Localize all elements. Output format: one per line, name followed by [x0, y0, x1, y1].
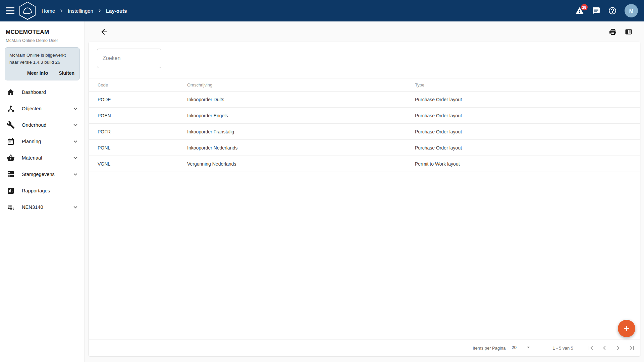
previous-page-button[interactable] [600, 344, 608, 352]
pagination-bar: Items per Pagina 20 1 - 5 van 5 [89, 340, 640, 356]
help-button[interactable] [608, 6, 617, 15]
breadcrumb-layouts: Lay-outs [106, 8, 127, 14]
chevron-down-icon [72, 121, 79, 129]
table-row[interactable]: POEN Inkooporder Engels Purchase Order l… [89, 108, 640, 124]
home-icon [7, 88, 15, 96]
calendar-icon [7, 137, 15, 145]
table-row[interactable]: POFR Inkooporder Franstalig Purchase Ord… [89, 124, 640, 140]
dns-icon [7, 170, 15, 178]
breadcrumb: Home Instellingen Lay-outs [42, 8, 127, 14]
sidebar: MCDEMOTEAM McMain Online Demo User McMai… [0, 21, 85, 362]
basket-icon [7, 154, 15, 162]
next-page-button[interactable] [614, 344, 622, 352]
sidebar-item-rapportages[interactable]: Rapportages [0, 183, 85, 199]
electrical-icon [7, 203, 15, 211]
breadcrumb-home[interactable]: Home [42, 8, 55, 14]
items-per-page-label: Items per Pagina [473, 346, 505, 351]
search-input[interactable] [97, 49, 161, 68]
notification-count-badge: 28 [581, 4, 588, 10]
more-info-button[interactable]: Meer Info [26, 69, 49, 77]
bar-chart-icon [7, 187, 15, 195]
chevron-down-icon [72, 138, 79, 145]
wrench-icon [7, 121, 15, 129]
mcmain-logo-icon [19, 1, 36, 20]
close-notice-button[interactable]: Sluiten [58, 69, 75, 77]
sidebar-item-dashboard[interactable]: Dashboard [0, 84, 85, 101]
chat-icon [592, 7, 600, 15]
sidebar-item-stamgegevens[interactable]: Stamgegevens [0, 166, 85, 183]
sidebar-item-materiaal[interactable]: Materiaal [0, 150, 85, 166]
add-layout-button[interactable] [618, 320, 635, 337]
last-page-button[interactable] [628, 344, 636, 352]
plus-icon [622, 324, 631, 333]
sidebar-item-planning[interactable]: Planning [0, 133, 85, 150]
table-row[interactable]: PONL Inkooporder Nederlands Purchase Ord… [89, 140, 640, 156]
first-page-button[interactable] [587, 344, 595, 352]
layouts-card: Code Omschrijving Type PODE Inkooporder … [89, 42, 640, 356]
chevron-down-icon [72, 105, 79, 112]
main-content: Code Omschrijving Type PODE Inkooporder … [85, 21, 644, 362]
top-app-bar: Home Instellingen Lay-outs 28 M [0, 0, 644, 21]
breadcrumb-instellingen[interactable]: Instellingen [68, 8, 93, 14]
sidebar-item-objecten[interactable]: Objecten [0, 101, 85, 117]
column-header-type: Type [415, 82, 631, 87]
table-row[interactable]: PODE Inkooporder Duits Purchase Order la… [89, 92, 640, 108]
back-button[interactable] [100, 27, 109, 36]
user-name: McMain Online Demo User [6, 38, 79, 43]
chevron-right-icon [97, 8, 103, 14]
side-panel-button[interactable] [625, 28, 633, 36]
sidebar-item-onderhoud[interactable]: Onderhoud [0, 117, 85, 133]
device-hub-icon [7, 105, 15, 113]
table-row[interactable]: VGNL Vergunning Nederlands Permit to Wor… [89, 156, 640, 172]
column-header-code: Code [98, 82, 187, 87]
menu-icon[interactable] [6, 7, 14, 14]
chevron-down-icon [72, 171, 79, 178]
dropdown-arrow-icon [525, 344, 531, 350]
alerts-button[interactable]: 28 [575, 6, 584, 15]
sidebar-menu: Dashboard Objecten Onderhoud Plann [0, 84, 85, 216]
chat-button[interactable] [592, 6, 600, 15]
column-header-omschrijving: Omschrijving [187, 82, 415, 87]
chevron-right-icon [58, 8, 64, 14]
table-header: Code Omschrijving Type [89, 78, 640, 92]
chevron-down-icon [72, 203, 79, 211]
topbar-actions: 28 M [575, 4, 638, 17]
update-notice-message: McMain Online is bijgewerkt naar versie … [9, 52, 75, 66]
avatar[interactable]: M [625, 4, 638, 17]
help-icon [608, 6, 617, 15]
pagination-range-label: 1 - 5 van 5 [553, 346, 573, 351]
team-name: MCDEMOTEAM [6, 29, 79, 36]
update-notice-card: McMain Online is bijgewerkt naar versie … [5, 47, 80, 80]
chevron-down-icon [72, 154, 79, 162]
print-button[interactable] [609, 28, 617, 36]
items-per-page-select[interactable]: 20 [511, 344, 531, 352]
content-toolbar [85, 21, 644, 42]
sidebar-item-nen3140[interactable]: NEN3140 [0, 199, 85, 216]
